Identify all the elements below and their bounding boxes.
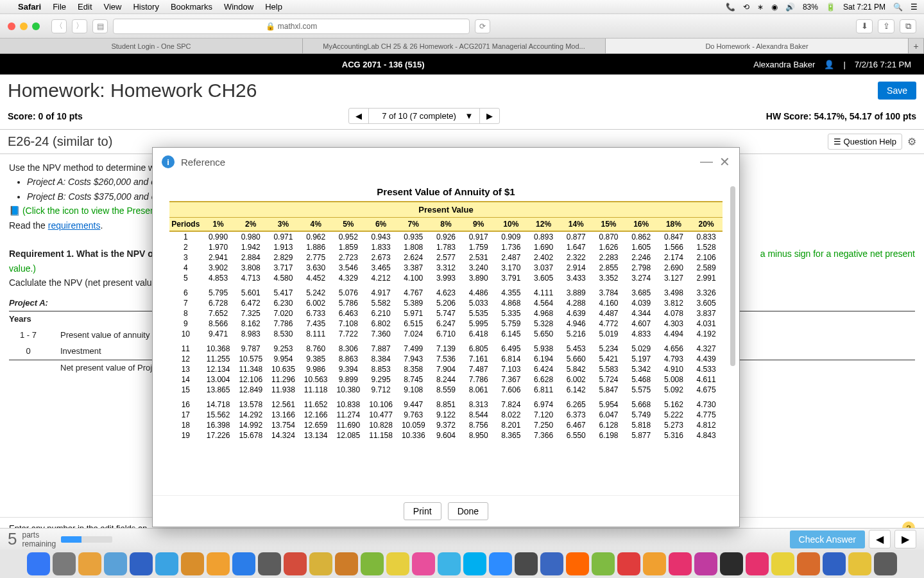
pv-cell: 6.467 [560,420,592,430]
pv-cell: 5.216 [560,329,592,339]
pv-cell: 1.833 [364,242,397,252]
dock-app[interactable] [284,552,307,575]
question-progress[interactable]: 7 of 10 (7 complete) ▼ [369,109,480,123]
dock-app[interactable] [617,552,640,575]
app-name[interactable]: Safari [18,2,41,12]
new-tab-button[interactable]: + [909,39,924,53]
dock-app[interactable] [643,552,666,575]
dock-app[interactable] [309,552,332,575]
dock-app[interactable] [104,552,127,575]
print-button[interactable]: Print [404,502,441,520]
menu-window[interactable]: Window [224,2,253,12]
pv-cell: 7.325 [234,308,267,319]
dock-app[interactable] [489,552,512,575]
menu-help[interactable]: Help [265,2,282,12]
back-button[interactable]: 〈 [51,19,67,33]
bluetooth-icon[interactable]: ∗ [757,3,764,12]
pv-cell: 7.250 [527,420,560,430]
reload-button[interactable]: ⟳ [475,19,490,33]
pv-cell: 7.024 [397,329,430,339]
battery-icon[interactable]: 🔋 [826,3,835,12]
pv-cell: 4.639 [560,308,592,319]
dock-app[interactable] [386,552,409,575]
dock-app[interactable] [361,552,384,575]
tab-1[interactable]: MyAccountingLab CH 25 & 26 Homework - AC… [303,39,606,53]
pv-cell: 4.452 [300,273,332,283]
dock-app[interactable] [438,552,461,575]
dock-app[interactable] [335,552,358,575]
maximize-window[interactable] [32,22,40,30]
url-bar[interactable]: 🔒 mathxl.com [113,19,470,34]
pv-cell: 7.161 [462,354,495,364]
menu-view[interactable]: View [104,2,122,12]
timemachine-icon[interactable]: ⟲ [743,3,749,12]
dock-app[interactable] [874,552,897,575]
dock-app[interactable] [207,552,230,575]
user-name[interactable]: Alexandra Baker [753,60,815,69]
dock-app[interactable] [258,552,281,575]
pv-cell: 4.812 [690,420,723,430]
pv-cell: 4.494 [658,329,690,339]
dock-app[interactable] [232,552,255,575]
pv-cell: 10.575 [234,354,267,364]
dock-app[interactable] [823,552,846,575]
dock-app[interactable] [797,552,820,575]
pv-cell: 13 [169,364,202,374]
dock-app[interactable] [771,552,794,575]
dock-app[interactable] [53,552,76,575]
dock-app[interactable] [746,552,769,575]
dock-app[interactable] [694,552,717,575]
dock-app[interactable] [27,552,50,575]
dock-app[interactable] [669,552,692,575]
pv-cell: 5.749 [625,410,658,420]
menu-icon[interactable]: ☰ [911,3,918,12]
question-help-button[interactable]: ☰ Question Help [828,134,902,150]
prev-question[interactable]: ◀ [349,109,369,123]
dock-app[interactable] [130,552,153,575]
dock-app[interactable] [848,552,871,575]
menu-file[interactable]: File [53,2,66,12]
dock-app[interactable] [515,552,538,575]
minimize-window[interactable] [20,22,28,30]
save-button[interactable]: Save [878,82,916,100]
minimize-icon[interactable]: — [700,154,713,170]
wifi-icon[interactable]: ◉ [771,3,778,12]
menu-bookmarks[interactable]: Bookmarks [171,2,212,12]
tab-0[interactable]: Student Login - One SPC [0,39,303,53]
dock-app[interactable] [155,552,178,575]
dock-app[interactable] [566,552,589,575]
pv-col: 4% [300,218,332,231]
next-part[interactable]: ▶ [894,530,916,548]
dock-app[interactable] [181,552,204,575]
dock-app[interactable] [463,552,486,575]
close-icon[interactable]: ✕ [719,154,730,170]
pv-cell: 4.031 [690,319,723,329]
tab-2[interactable]: Do Homework - Alexandra Baker [606,39,909,53]
forward-button[interactable]: 〉 [72,19,87,33]
done-button[interactable]: Done [448,502,488,520]
phone-icon[interactable]: 📞 [726,3,735,12]
sidebar-button[interactable]: ▤ [92,19,108,33]
pv-cell: 4.853 [202,273,235,283]
share-button[interactable]: ⇪ [878,19,894,33]
prev-part[interactable]: ◀ [869,530,891,548]
dock-app[interactable] [412,552,435,575]
volume-icon[interactable]: 🔊 [785,3,795,12]
menu-history[interactable]: History [133,2,158,12]
next-question[interactable]: ▶ [480,109,499,123]
spotlight-icon[interactable]: 🔍 [893,3,903,12]
check-answer-button[interactable]: Check Answer [790,530,865,548]
close-window[interactable] [8,22,15,30]
scrollbar[interactable] [730,186,735,366]
menu-edit[interactable]: Edit [78,2,92,12]
dock-app[interactable] [720,552,743,575]
user-icon[interactable]: 👤 [824,60,834,69]
dock-app[interactable] [592,552,615,575]
gear-icon[interactable]: ⚙ [907,136,916,148]
clock[interactable]: Sat 7:21 PM [843,3,886,12]
dock-app[interactable] [540,552,563,575]
requirements-link[interactable]: requirements [48,220,101,231]
tabs-button[interactable]: ⧉ [900,19,916,33]
downloads-button[interactable]: ⬇ [856,19,873,33]
dock-app[interactable] [78,552,101,575]
